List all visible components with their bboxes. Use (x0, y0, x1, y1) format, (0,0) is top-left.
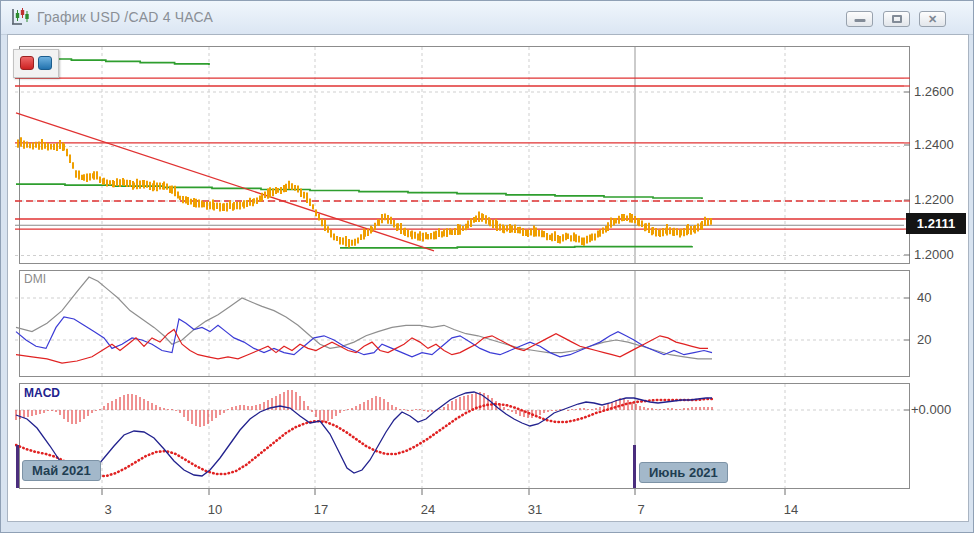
dmi-layer (15, 271, 904, 376)
date-tick-label: 14 (784, 502, 798, 517)
macd-layer (15, 384, 904, 489)
price-label: 1.2400 (914, 137, 954, 152)
chart-toolbar (13, 49, 59, 78)
green-trend-line (340, 246, 692, 248)
macd-tick-label: +0.000 (911, 402, 951, 417)
close-button[interactable]: ✕ (919, 11, 946, 27)
month-label-may: Май 2021 (22, 460, 101, 481)
blue-marker-button[interactable] (38, 56, 52, 70)
minimize-icon (854, 19, 865, 22)
chart-window: График USD /CAD 4 ЧАСА ✕ DMI MACD 1.2600… (0, 0, 974, 533)
-di-line (16, 330, 708, 364)
date-tick-label: 31 (528, 502, 542, 517)
green-trend-line (37, 59, 209, 65)
candlestick-chart-icon (10, 7, 30, 27)
price-label: 1.2000 (914, 247, 954, 262)
month-separator (16, 445, 19, 489)
maximize-button[interactable] (883, 11, 910, 27)
date-tick-label: 7 (637, 502, 644, 517)
chart-client-area: DMI MACD 1.2600 1.2400 1.2200 1.2000 1.2… (7, 34, 969, 522)
window-title: График USD /CAD 4 ЧАСА (37, 9, 213, 25)
macd-signal-line (16, 399, 712, 476)
minimize-button[interactable] (846, 11, 873, 27)
date-tick-label: 3 (104, 502, 111, 517)
current-price-tag: 1.2111 (906, 213, 966, 234)
price-label: 1.2600 (914, 84, 954, 99)
date-tick-label: 10 (208, 502, 222, 517)
month-label-june: Июнь 2021 (639, 462, 728, 483)
green-trend-line (16, 184, 702, 199)
month-separator (633, 445, 636, 489)
date-tick-label: 17 (314, 502, 328, 517)
date-tick-label: 24 (421, 502, 435, 517)
dmi-tick-label: 40 (917, 290, 931, 305)
titlebar[interactable]: График USD /CAD 4 ЧАСА ✕ (1, 1, 973, 35)
main-layer (15, 47, 904, 263)
red-marker-button[interactable] (20, 56, 34, 70)
macd-label: MACD (24, 386, 60, 400)
close-icon: ✕ (928, 14, 937, 25)
dmi-label: DMI (24, 272, 46, 286)
maximize-icon (892, 15, 902, 23)
price-label: 1.2200 (914, 192, 954, 207)
chart-canvas (8, 35, 970, 523)
dmi-tick-label: 20 (917, 332, 931, 347)
